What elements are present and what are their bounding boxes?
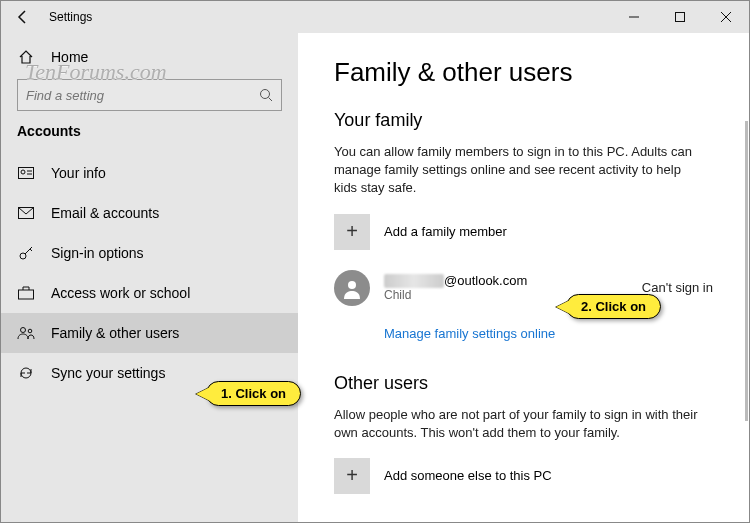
sidebar-home-label: Home <box>51 49 88 65</box>
add-other-label: Add someone else to this PC <box>384 468 552 483</box>
add-other-user-button[interactable]: + Add someone else to this PC <box>334 458 713 494</box>
close-button[interactable] <box>703 1 749 33</box>
member-status: Can't sign in <box>642 280 713 295</box>
annotation-callout-2: 2. Click on <box>566 294 661 319</box>
scrollbar[interactable] <box>745 121 748 421</box>
search-input[interactable] <box>17 79 282 111</box>
sidebar-item-signin-options[interactable]: Sign-in options <box>1 233 298 273</box>
search-field[interactable] <box>26 88 259 103</box>
sidebar-item-your-info[interactable]: Your info <box>1 153 298 193</box>
back-button[interactable] <box>1 9 45 25</box>
redacted-name <box>384 274 444 288</box>
sidebar-item-label: Sign-in options <box>51 245 144 261</box>
plus-icon: + <box>334 214 370 250</box>
sidebar-item-label: Your info <box>51 165 106 181</box>
svg-rect-1 <box>676 13 685 22</box>
key-icon <box>17 245 35 261</box>
sidebar-item-label: Sync your settings <box>51 365 165 381</box>
window-title: Settings <box>45 10 611 24</box>
svg-line-13 <box>30 249 32 251</box>
annotation-callout-1: 1. Click on <box>206 381 301 406</box>
sidebar-item-label: Family & other users <box>51 325 179 341</box>
sidebar-item-email-accounts[interactable]: Email & accounts <box>1 193 298 233</box>
svg-point-15 <box>21 328 26 333</box>
svg-point-16 <box>28 329 32 333</box>
section-other-users: Other users <box>334 373 713 394</box>
family-description: You can allow family members to sign in … <box>334 143 704 198</box>
add-family-member-button[interactable]: + Add a family member <box>334 214 713 250</box>
sync-icon <box>17 365 35 381</box>
sidebar-item-label: Access work or school <box>51 285 190 301</box>
svg-point-7 <box>21 170 25 174</box>
sidebar: Home Accounts Your info Email & accounts… <box>1 33 298 523</box>
svg-line-5 <box>269 98 273 102</box>
search-icon <box>259 88 273 102</box>
manage-family-link[interactable]: Manage family settings online <box>334 326 555 341</box>
maximize-button[interactable] <box>657 1 703 33</box>
minimize-button[interactable] <box>611 1 657 33</box>
main-content: Family & other users Your family You can… <box>298 33 749 523</box>
svg-point-17 <box>348 281 356 289</box>
svg-rect-14 <box>19 290 34 299</box>
people-icon <box>17 326 35 340</box>
plus-icon: + <box>334 458 370 494</box>
member-email: @outlook.com <box>384 273 628 288</box>
sidebar-item-label: Email & accounts <box>51 205 159 221</box>
avatar-icon <box>334 270 370 306</box>
titlebar: Settings <box>1 1 749 33</box>
home-icon <box>17 49 35 65</box>
mail-icon <box>17 207 35 219</box>
sidebar-home[interactable]: Home <box>1 37 298 77</box>
other-users-description: Allow people who are not part of your fa… <box>334 406 704 442</box>
page-title: Family & other users <box>334 57 713 88</box>
briefcase-icon <box>17 286 35 300</box>
svg-point-4 <box>261 90 270 99</box>
add-family-label: Add a family member <box>384 224 507 239</box>
sidebar-section-label: Accounts <box>1 121 298 153</box>
sidebar-item-access-work-school[interactable]: Access work or school <box>1 273 298 313</box>
section-your-family: Your family <box>334 110 713 131</box>
sidebar-item-family-other-users[interactable]: Family & other users <box>1 313 298 353</box>
badge-icon <box>17 167 35 179</box>
